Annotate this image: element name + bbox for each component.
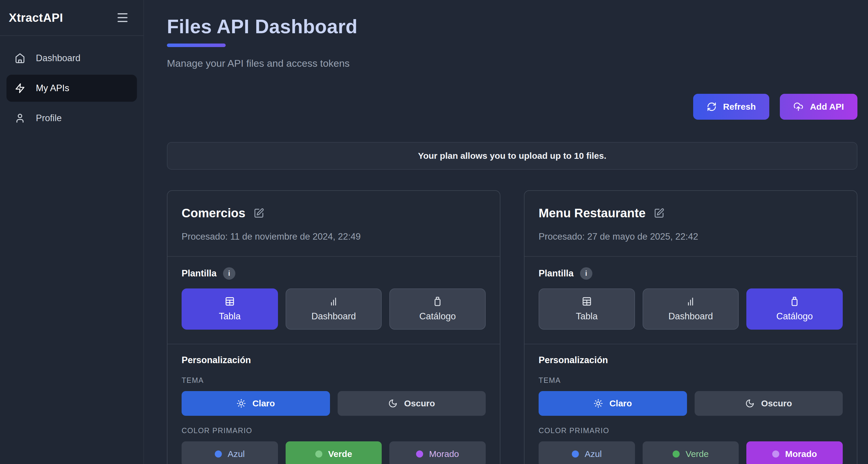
customization-label: Personalización (182, 355, 486, 366)
bottle-icon (789, 296, 800, 307)
plan-banner-text: Your plan allows you to upload up to 10 … (418, 151, 606, 161)
sidebar-item-my-apis[interactable]: My APIs (6, 75, 137, 102)
template-label: Plantilla (538, 268, 574, 279)
add-api-button-label: Add API (810, 102, 844, 112)
upload-cloud-icon (794, 102, 803, 112)
processed-date: Procesado: 27 de mayo de 2025, 22:42 (538, 231, 843, 242)
edit-icon (654, 208, 664, 219)
color-option-label: Verde (685, 449, 708, 459)
customization-label: Personalización (538, 355, 843, 366)
color-option-verde[interactable]: Verde (643, 441, 739, 464)
theme-option-claro[interactable]: Claro (538, 391, 687, 416)
sun-icon (594, 399, 603, 408)
table-icon (582, 296, 592, 307)
theme-option-label: Oscuro (404, 399, 435, 408)
template-option-label: Tabla (576, 311, 598, 322)
template-option-dashboard[interactable]: Dashboard (286, 288, 382, 330)
template-section: Plantilla i Tabla Dashboard (525, 257, 857, 344)
bar-chart-icon (685, 296, 695, 307)
page-title: Files API Dashboard (167, 15, 858, 38)
api-cards: Comercios Procesado: 11 de noviembre de … (167, 190, 858, 464)
card-title: Comercios (182, 206, 245, 220)
home-icon (15, 53, 25, 63)
color-option-label: Azul (228, 449, 245, 459)
template-option-label: Dashboard (669, 311, 713, 322)
template-option-label: Catálogo (776, 311, 813, 322)
sidebar-nav: Dashboard My APIs Profile (0, 36, 144, 141)
app-root: XtractAPI Dashboard My APIs (0, 0, 868, 464)
template-option-label: Tabla (219, 311, 241, 322)
bar-chart-icon (329, 296, 339, 307)
template-option-tabla[interactable]: Tabla (182, 288, 278, 330)
sidebar-item-label: Dashboard (36, 53, 81, 63)
template-option-dashboard[interactable]: Dashboard (643, 288, 739, 330)
sun-icon (237, 399, 246, 408)
template-option-catalogo[interactable]: Catálogo (389, 288, 486, 330)
color-option-azul[interactable]: Azul (182, 441, 278, 464)
purple-dot-icon (416, 451, 423, 458)
add-api-button[interactable]: Add API (780, 94, 858, 120)
sidebar-item-label: My APIs (36, 83, 69, 93)
template-label: Plantilla (182, 268, 217, 279)
sidebar-item-dashboard[interactable]: Dashboard (6, 45, 137, 72)
template-section: Plantilla i Tabla Dashboard (167, 257, 500, 344)
customization-section: Personalización TEMA Claro Oscuro COLOR … (525, 344, 857, 464)
card-title: Menu Restaurante (538, 206, 646, 220)
bottle-icon (433, 296, 442, 307)
theme-option-oscuro[interactable]: Oscuro (338, 391, 486, 416)
plan-banner: Your plan allows you to upload up to 10 … (167, 142, 858, 170)
hamburger-icon (118, 13, 127, 14)
api-card-comercios: Comercios Procesado: 11 de noviembre de … (167, 190, 500, 464)
info-icon[interactable]: i (580, 267, 592, 280)
theme-option-label: Oscuro (761, 399, 792, 408)
template-option-catalogo[interactable]: Catálogo (746, 288, 843, 330)
customization-section: Personalización TEMA Claro Oscuro COLOR … (167, 344, 500, 464)
green-dot-icon (315, 451, 322, 458)
moon-icon (388, 399, 398, 408)
color-option-label: Morado (429, 449, 459, 459)
sidebar-header: XtractAPI (0, 0, 144, 36)
color-option-verde[interactable]: Verde (286, 441, 382, 464)
zap-icon (15, 83, 25, 93)
menu-toggle-button[interactable] (115, 11, 130, 24)
theme-option-label: Claro (252, 399, 275, 408)
refresh-button-label: Refresh (723, 102, 756, 112)
color-option-morado[interactable]: Morado (389, 441, 486, 464)
theme-label: TEMA (182, 376, 486, 385)
color-option-label: Azul (585, 449, 602, 459)
title-underline (167, 44, 226, 47)
green-dot-icon (673, 451, 680, 458)
color-option-morado[interactable]: Morado (746, 441, 843, 464)
info-icon[interactable]: i (223, 267, 236, 280)
sidebar: XtractAPI Dashboard My APIs (0, 0, 144, 464)
theme-option-claro[interactable]: Claro (182, 391, 330, 416)
app-logo: XtractAPI (9, 11, 63, 24)
page-subtitle: Manage your API files and access tokens (167, 58, 858, 69)
sidebar-item-label: Profile (36, 113, 62, 123)
card-header: Menu Restaurante Procesado: 27 de mayo d… (525, 191, 857, 257)
color-option-label: Verde (328, 449, 352, 459)
primary-color-label: COLOR PRIMARIO (182, 426, 486, 435)
processed-date: Procesado: 11 de noviembre de 2024, 22:4… (182, 231, 486, 242)
color-option-azul[interactable]: Azul (538, 441, 635, 464)
header-actions: Refresh Add API (167, 94, 858, 120)
moon-icon (745, 399, 754, 408)
color-option-label: Morado (785, 449, 817, 459)
edit-name-button[interactable] (654, 208, 664, 219)
template-option-tabla[interactable]: Tabla (538, 288, 635, 330)
theme-label: TEMA (538, 376, 843, 385)
theme-option-oscuro[interactable]: Oscuro (694, 391, 843, 416)
table-icon (225, 296, 235, 307)
refresh-button[interactable]: Refresh (693, 94, 770, 120)
theme-option-label: Claro (610, 399, 632, 408)
blue-dot-icon (572, 451, 579, 458)
refresh-icon (707, 102, 717, 112)
template-option-label: Dashboard (311, 311, 356, 322)
purple-dot-icon (772, 451, 779, 458)
sidebar-item-profile[interactable]: Profile (6, 105, 137, 132)
edit-name-button[interactable] (254, 208, 264, 219)
user-icon (15, 113, 25, 123)
main-content: Files API Dashboard Manage your API file… (144, 0, 868, 464)
api-card-menu-restaurante: Menu Restaurante Procesado: 27 de mayo d… (524, 190, 858, 464)
template-option-label: Catálogo (419, 311, 456, 322)
